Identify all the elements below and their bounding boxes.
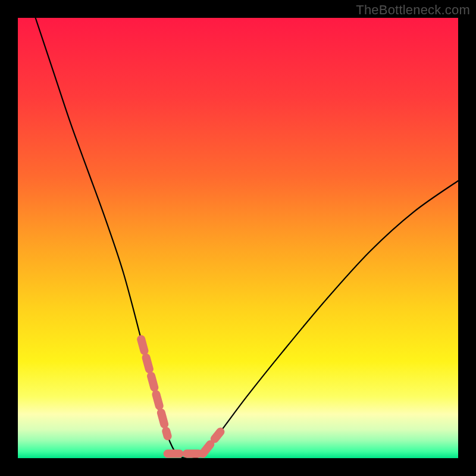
highlight-right-arm	[203, 432, 221, 454]
watermark-text: TheBottleneck.com	[356, 2, 470, 18]
bottleneck-curve	[36, 18, 458, 458]
chart-frame: TheBottleneck.com	[0, 0, 476, 476]
curve-layer	[18, 18, 458, 458]
plot-area	[18, 18, 458, 458]
highlight-left-arm	[141, 339, 167, 436]
